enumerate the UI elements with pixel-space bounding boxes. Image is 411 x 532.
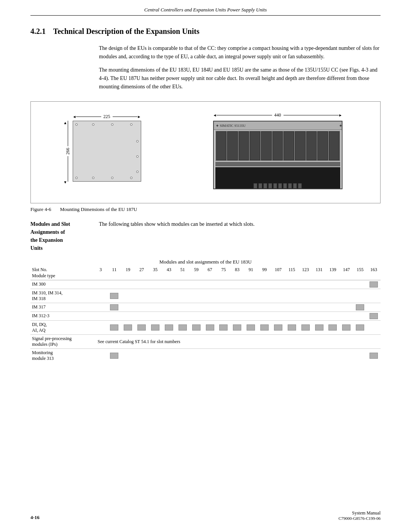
slot-cell-r6-s14 xyxy=(285,349,299,363)
slot-147: 147 xyxy=(339,267,353,273)
slot-cell-r3-s15 xyxy=(299,312,312,321)
slot-cell-r0-s3 xyxy=(135,280,148,289)
slot-cell-r6-s13 xyxy=(271,349,285,363)
slot-cell-r2-s5 xyxy=(162,303,176,312)
rack-middle-bar xyxy=(215,162,340,166)
slot-cell-r6-s19 xyxy=(353,349,367,363)
slot-cell-r0-s11 xyxy=(244,280,258,289)
slot-cell-r1-s0 xyxy=(94,289,108,303)
modules-label-line2: Assignments of xyxy=(30,228,91,236)
slot-cell-r3-s3 xyxy=(135,312,148,321)
slot-cell-r4-s0 xyxy=(94,321,108,335)
slot-cell-r0-s10 xyxy=(230,280,244,289)
slot-cell-r6-s10 xyxy=(230,349,244,363)
slot-107: 107 xyxy=(271,267,285,273)
slot-19: 19 xyxy=(121,267,135,273)
connector-2 xyxy=(258,183,262,189)
table-body: IM 300IM 310, IM 314, IM 318IM 317IM 312… xyxy=(30,280,381,363)
slot-cell-r6-s11 xyxy=(244,349,258,363)
slot-table: Slot No. 3 11 19 27 35 43 51 59 67 75 83… xyxy=(30,267,381,363)
slot-cell-r4-s2 xyxy=(121,321,135,335)
table-row: IM 312-3 xyxy=(30,312,381,321)
slot-cell-r3-s5 xyxy=(162,312,176,321)
slot-115: 115 xyxy=(285,267,299,273)
figure-caption: Figure 4-6 Mounting Dimensions of the EU… xyxy=(30,206,381,212)
slot-cell-r3-s13 xyxy=(271,312,285,321)
slot-cell-r0-s18 xyxy=(339,280,353,289)
slot-cell-r0-s19 xyxy=(353,280,367,289)
slot-cell-r2-s18 xyxy=(339,303,353,312)
rack-slot-8 xyxy=(295,131,306,160)
slot-cell-r3-s20 xyxy=(367,312,381,321)
slot-91: 91 xyxy=(244,267,258,273)
slot-cell-r2-s3 xyxy=(135,303,148,312)
slot-cell-r4-s16 xyxy=(312,321,326,335)
slot-cell-r3-s19 xyxy=(353,312,367,321)
row-label-0: IM 300 xyxy=(30,280,94,289)
manual-type: System Manual xyxy=(338,510,381,516)
modules-description: The following tables show which modules … xyxy=(99,220,381,252)
connector-5 xyxy=(273,183,277,189)
slot-cell-r6-s3 xyxy=(135,349,148,363)
slot-cell-r0-s7 xyxy=(190,280,203,289)
table-header-row1: Slot No. 3 11 19 27 35 43 51 59 67 75 83… xyxy=(30,267,381,273)
slot-3: 3 xyxy=(94,267,108,273)
slot-cell-r4-s20 xyxy=(367,321,381,335)
slot-cell-r1-s11 xyxy=(244,289,258,303)
slot-27: 27 xyxy=(135,267,148,273)
rack-slot-1 xyxy=(216,131,227,160)
slot-cell-r2-s1 xyxy=(107,303,121,312)
slot-123: 123 xyxy=(299,267,312,273)
corner-circle-br xyxy=(130,177,132,179)
section-title: Technical Description of the Expansion U… xyxy=(53,27,199,35)
slot-cell-r6-s20 xyxy=(367,349,381,363)
slot-155: 155 xyxy=(353,267,367,273)
slot-cell-r2-s9 xyxy=(217,303,230,312)
height-arrow-top: ▲ xyxy=(64,121,67,125)
rack-slot-9 xyxy=(306,131,317,160)
slot-cell-r4-s13 xyxy=(271,321,285,335)
row-label-3: IM 312-3 xyxy=(30,312,94,321)
slot-cell-r4-s3 xyxy=(135,321,148,335)
slot-cell-r6-s18 xyxy=(339,349,353,363)
table-row: IM 310, IM 314, IM 318 xyxy=(30,289,381,303)
slot-cell-r0-s15 xyxy=(299,280,312,289)
slot-139: 139 xyxy=(326,267,339,273)
footer-right: System Manual C79000-G8576-C199-06 xyxy=(338,510,381,521)
slot-cell-r3-s0 xyxy=(94,312,108,321)
slot-cell-r3-s14 xyxy=(285,312,299,321)
slot-cell-r1-s5 xyxy=(162,289,176,303)
slot-cell-r4-s5 xyxy=(162,321,176,335)
slot-cell-r1-s8 xyxy=(203,289,217,303)
slot-cell-r6-s2 xyxy=(121,349,135,363)
connector-7 xyxy=(283,183,287,189)
slot-cell-r0-s1 xyxy=(107,280,121,289)
corner-circle-b2 xyxy=(92,177,94,179)
slot-cell-r1-s18 xyxy=(339,289,353,303)
slot-cell-r2-s6 xyxy=(176,303,190,312)
table-row: IM 317 xyxy=(30,303,381,312)
table-row: Signal pre-processing modules (IPs)See c… xyxy=(30,335,381,349)
slot-cell-r3-s10 xyxy=(230,312,244,321)
connector-10 xyxy=(298,183,302,189)
slot-cell-r1-s2 xyxy=(121,289,135,303)
corner-circle-r2 xyxy=(136,155,139,158)
row-text-5: See current Catalog ST 54.1 for slot num… xyxy=(94,335,381,349)
rack-slot-6 xyxy=(272,131,283,160)
rack-slot-5 xyxy=(261,131,272,160)
slot-cell-r3-s6 xyxy=(176,312,190,321)
slot-11: 11 xyxy=(107,267,121,273)
slot-cell-r6-s17 xyxy=(326,349,339,363)
slot-cell-r0-s2 xyxy=(121,280,135,289)
slot-35: 35 xyxy=(148,267,162,273)
slot-cell-r6-s7 xyxy=(190,349,203,363)
row-label-6: Monitoring module 313 xyxy=(30,349,94,363)
rack-bottom xyxy=(215,167,340,189)
slot-cell-r0-s8 xyxy=(203,280,217,289)
slot-cell-r0-s16 xyxy=(312,280,326,289)
slot-cell-r6-s16 xyxy=(312,349,326,363)
slot-cell-r3-s11 xyxy=(244,312,258,321)
modules-label-line1: Modules and Slot xyxy=(30,220,91,228)
slot-cell-r2-s19 xyxy=(353,303,367,312)
dim-left: 266 xyxy=(65,121,71,182)
